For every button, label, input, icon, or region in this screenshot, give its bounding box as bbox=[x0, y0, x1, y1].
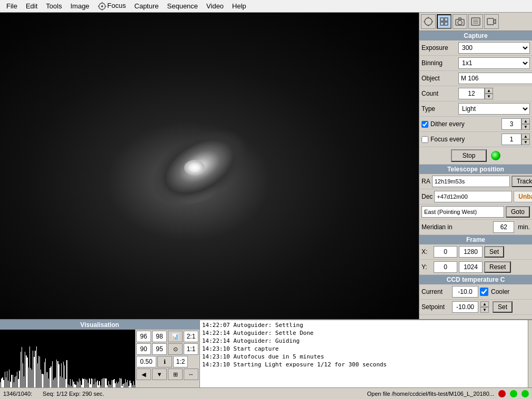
count-down-btn[interactable]: ▼ bbox=[485, 94, 493, 99]
dec-input[interactable] bbox=[434, 191, 512, 202]
histogram-bar bbox=[19, 371, 19, 387]
histogram-bar bbox=[0, 382, 1, 387]
log-entry: 14:22:07 Autoguider: Settling bbox=[202, 321, 526, 329]
cooler-label: Cooler bbox=[491, 288, 509, 295]
histogram-bar bbox=[25, 352, 25, 387]
ccd-setpoint-row: Setpoint ▲ ▼ Set bbox=[419, 300, 532, 315]
grid-icon-btn[interactable] bbox=[437, 14, 451, 29]
dither-up-btn[interactable]: ▲ bbox=[521, 118, 530, 124]
svg-rect-13 bbox=[440, 22, 444, 25]
dither-down-btn[interactable]: ▼ bbox=[521, 124, 530, 130]
goto-button[interactable]: Goto bbox=[506, 206, 530, 218]
histogram-bar bbox=[61, 363, 62, 387]
type-select[interactable]: LightDarkFlatBias bbox=[458, 103, 530, 115]
pointing-input bbox=[421, 206, 504, 218]
histogram-bar bbox=[2, 377, 3, 387]
frame-y-label: Y: bbox=[421, 263, 432, 271]
menu-focus[interactable]: Focus bbox=[94, 1, 130, 12]
histogram-bar bbox=[28, 367, 29, 387]
focus-down-btn[interactable]: ▼ bbox=[521, 139, 530, 145]
histogram-bar bbox=[17, 372, 17, 387]
histogram-bar bbox=[33, 351, 33, 387]
histogram-bar bbox=[43, 374, 43, 387]
histogram-bar bbox=[121, 378, 121, 387]
vis-stretch-icon[interactable]: 📊 bbox=[168, 331, 183, 342]
ra-input[interactable] bbox=[432, 176, 510, 187]
histogram-bar bbox=[102, 379, 102, 387]
histogram-bar bbox=[113, 380, 113, 387]
focus-checkbox[interactable] bbox=[421, 136, 428, 143]
vis-move-icon[interactable]: ↔ bbox=[184, 369, 198, 380]
meridian-input[interactable] bbox=[493, 221, 514, 233]
exposure-label: Exposure bbox=[421, 44, 458, 52]
stop-button[interactable]: Stop bbox=[451, 149, 487, 162]
histogram-bar bbox=[47, 372, 48, 387]
scope-icon-btn[interactable] bbox=[421, 14, 436, 29]
menu-edit[interactable]: Edit bbox=[22, 1, 42, 11]
frame-y-size[interactable] bbox=[459, 261, 483, 273]
focus-input[interactable] bbox=[501, 134, 521, 145]
histogram-bar bbox=[1, 378, 2, 387]
object-row: Object bbox=[419, 71, 532, 86]
vis-grid-icon[interactable]: ⊞ bbox=[168, 369, 183, 380]
frame-reset-button[interactable]: Reset bbox=[484, 261, 511, 273]
histogram-bar bbox=[69, 385, 69, 387]
sequence-icon-btn[interactable] bbox=[468, 14, 483, 29]
dither-input[interactable] bbox=[501, 118, 521, 130]
object-input[interactable] bbox=[458, 73, 532, 84]
ccd-set-button[interactable]: Set bbox=[493, 301, 513, 313]
frame-set-button[interactable]: Set bbox=[484, 246, 504, 258]
svg-point-16 bbox=[458, 21, 462, 25]
vis-down-icon[interactable]: ▼ bbox=[152, 369, 167, 380]
ccd-setpoint-input[interactable] bbox=[452, 301, 478, 313]
cooler-checkbox[interactable] bbox=[480, 288, 488, 296]
menu-image[interactable]: Image bbox=[66, 1, 94, 11]
frame-y-start[interactable] bbox=[434, 261, 457, 273]
exposure-row: Exposure 30060120600 bbox=[419, 40, 532, 56]
telescope-section-header: Telescope position bbox=[419, 165, 532, 174]
vis-circle-icon[interactable]: ⊙ bbox=[168, 343, 183, 355]
setpoint-up-btn[interactable]: ▲ bbox=[480, 301, 489, 307]
histogram-bar bbox=[86, 380, 86, 387]
menu-sequence[interactable]: Sequence bbox=[163, 1, 203, 11]
histogram-bar bbox=[115, 383, 115, 387]
svg-point-1 bbox=[101, 5, 103, 7]
track-button[interactable]: Track bbox=[511, 176, 532, 187]
focus-up-btn[interactable]: ▲ bbox=[521, 134, 530, 139]
vis-left-icon[interactable]: ◀ bbox=[136, 369, 151, 380]
count-input[interactable] bbox=[458, 88, 485, 99]
histogram-bar bbox=[36, 346, 37, 387]
ccd-section-header: CCD temperature C bbox=[419, 275, 532, 284]
meridian-row: Meridian in min. bbox=[419, 220, 532, 235]
menu-file[interactable]: File bbox=[2, 1, 22, 11]
histogram-bar bbox=[70, 379, 71, 387]
menu-tools[interactable]: Tools bbox=[42, 1, 66, 11]
object-label: Object bbox=[421, 75, 458, 82]
frame-x-start[interactable] bbox=[434, 246, 457, 258]
histogram-bar bbox=[27, 357, 27, 387]
pointing-row: Goto bbox=[419, 204, 532, 220]
log-scrollbar[interactable] bbox=[528, 320, 532, 387]
log-entry: 14:22:14 Autoguider: Settle Done bbox=[202, 329, 526, 337]
status-seq: Seq: 1/12 Exp: 290 sec. bbox=[43, 391, 104, 397]
frame-x-size[interactable] bbox=[459, 246, 483, 258]
binning-select[interactable]: 1x12x23x3 bbox=[458, 57, 530, 69]
galaxy-core bbox=[184, 160, 205, 176]
ra-label: RA bbox=[421, 178, 430, 185]
menu-video[interactable]: Video bbox=[202, 1, 228, 11]
log-panel: 14:22:07 Autoguider: Settling14:22:14 Au… bbox=[200, 320, 532, 387]
histogram-bar bbox=[11, 375, 12, 387]
vis-info-icon[interactable]: ℹ bbox=[157, 356, 172, 367]
unparked-button[interactable]: Unbarked bbox=[514, 191, 532, 202]
menu-help[interactable]: Help bbox=[228, 1, 250, 11]
setpoint-down-btn[interactable]: ▼ bbox=[480, 307, 489, 313]
menu-capture[interactable]: Capture bbox=[130, 1, 163, 11]
histogram-bar bbox=[7, 371, 7, 387]
dither-checkbox[interactable] bbox=[421, 121, 428, 128]
video-icon-btn[interactable] bbox=[484, 14, 499, 29]
histogram-bar bbox=[63, 362, 64, 387]
count-up-btn[interactable]: ▲ bbox=[485, 88, 493, 94]
exposure-select[interactable]: 30060120600 bbox=[458, 42, 530, 54]
camera-icon-btn[interactable] bbox=[453, 14, 467, 29]
histogram-bar bbox=[35, 351, 35, 387]
